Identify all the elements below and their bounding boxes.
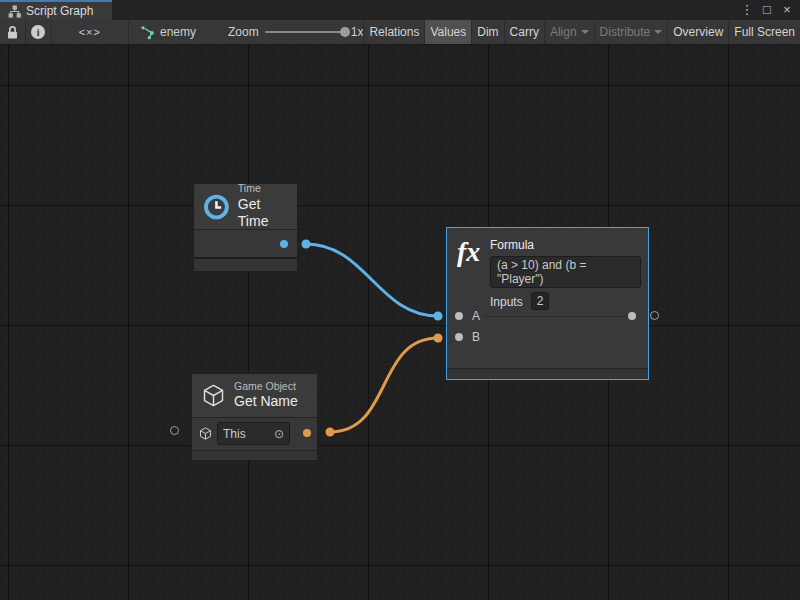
- node-formula-content: fx Formula (a > 10) and (b = "Player") I…: [447, 228, 648, 368]
- toolbar-buttons: Relations Values Dim Carry Align Distrib…: [363, 20, 800, 44]
- inputs-label: Inputs: [490, 295, 523, 309]
- zoom-slider[interactable]: [265, 31, 345, 33]
- input-port-a[interactable]: [455, 312, 463, 320]
- graph-asset-icon: [139, 24, 155, 40]
- target-value: This: [223, 427, 246, 441]
- node-get-time-body: [194, 230, 297, 257]
- output-port-name[interactable]: [303, 429, 311, 437]
- zoom-label: Zoom: [228, 25, 259, 39]
- cube-icon: [200, 382, 227, 409]
- wires-layer: [0, 45, 800, 600]
- wire-endpoint[interactable]: [434, 312, 443, 321]
- node-get-time[interactable]: Time Get Time: [193, 183, 298, 272]
- script-graph-window: Script Graph ⋮ □ × i <×>: [0, 0, 800, 600]
- code-icon: <×>: [79, 26, 101, 38]
- maximize-icon[interactable]: □: [758, 0, 776, 20]
- clock-icon: [202, 191, 231, 223]
- node-title-label: Get Time: [238, 196, 289, 231]
- graph-reference[interactable]: enemy: [129, 20, 202, 44]
- port-b-label: B: [472, 330, 480, 344]
- lock-icon: [6, 25, 19, 40]
- lock-button[interactable]: [0, 20, 25, 44]
- wire-endpoint[interactable]: [302, 240, 311, 249]
- toolbar: i <×> enemy Zoom 1x: [0, 20, 800, 45]
- wire-gettime-to-a[interactable]: [306, 244, 438, 316]
- tab-script-graph[interactable]: Script Graph: [0, 0, 112, 20]
- port-a-label: A: [472, 309, 480, 323]
- dim-button[interactable]: Dim: [471, 20, 503, 44]
- node-title-label: Formula: [490, 238, 534, 252]
- node-footer: [194, 259, 297, 271]
- tab-title: Script Graph: [26, 4, 93, 18]
- zoom-control: Zoom 1x: [228, 20, 363, 44]
- output-port-result[interactable]: [628, 312, 636, 320]
- overview-button[interactable]: Overview: [667, 20, 728, 44]
- graph-hierarchy-icon: [8, 5, 21, 18]
- window-controls: ⋮ □ ×: [738, 0, 796, 20]
- node-formula[interactable]: fx Formula (a > 10) and (b = "Player") I…: [446, 227, 649, 380]
- chevron-down-icon: [654, 30, 662, 34]
- formula-fx-icon: fx: [457, 236, 480, 268]
- unconnected-output-ring[interactable]: [650, 311, 659, 320]
- title-bar: Script Graph ⋮ □ ×: [0, 0, 800, 20]
- input-port-b[interactable]: [455, 333, 463, 341]
- values-button[interactable]: Values: [424, 20, 471, 44]
- node-category-label: Game Object: [234, 380, 298, 393]
- wire-endpoint[interactable]: [326, 428, 335, 437]
- zoom-slider-handle[interactable]: [340, 27, 350, 37]
- relations-button[interactable]: Relations: [363, 20, 424, 44]
- formula-expression-field[interactable]: (a > 10) and (b = "Player"): [490, 256, 641, 288]
- target-object-dropdown[interactable]: This ⊙: [217, 422, 290, 445]
- output-port-time[interactable]: [280, 240, 288, 248]
- graph-canvas[interactable]: Time Get Time fx Formula (a > 10) and (b…: [0, 45, 800, 600]
- node-get-time-header: Time Get Time: [194, 184, 297, 229]
- object-picker-icon[interactable]: ⊙: [274, 427, 284, 441]
- unconnected-input-ring[interactable]: [170, 426, 179, 435]
- node-get-name[interactable]: Game Object Get Name This ⊙: [191, 373, 318, 461]
- code-view-button[interactable]: <×>: [52, 20, 128, 44]
- zoom-level: 1x: [351, 25, 364, 39]
- node-footer: [447, 369, 648, 379]
- wire-getname-to-b[interactable]: [330, 338, 438, 432]
- inputs-count-field[interactable]: 2: [531, 292, 549, 310]
- carry-button[interactable]: Carry: [504, 20, 544, 44]
- chevron-down-icon: [581, 30, 589, 34]
- node-footer: [192, 451, 317, 460]
- info-button[interactable]: i: [26, 20, 51, 44]
- align-button[interactable]: Align: [544, 20, 594, 44]
- node-category-label: Time: [238, 182, 289, 195]
- divider: [485, 316, 630, 317]
- node-get-name-body: This ⊙: [192, 418, 317, 450]
- node-title-label: Get Name: [234, 393, 298, 411]
- graph-name-label: enemy: [160, 25, 196, 39]
- wire-endpoint[interactable]: [434, 334, 443, 343]
- info-icon: i: [31, 25, 45, 39]
- node-get-name-header: Game Object Get Name: [192, 374, 317, 417]
- full-screen-button[interactable]: Full Screen: [728, 20, 800, 44]
- cube-icon: [198, 426, 213, 441]
- close-icon[interactable]: ×: [778, 0, 796, 20]
- distribute-button[interactable]: Distribute: [594, 20, 668, 44]
- window-menu-icon[interactable]: ⋮: [738, 0, 756, 20]
